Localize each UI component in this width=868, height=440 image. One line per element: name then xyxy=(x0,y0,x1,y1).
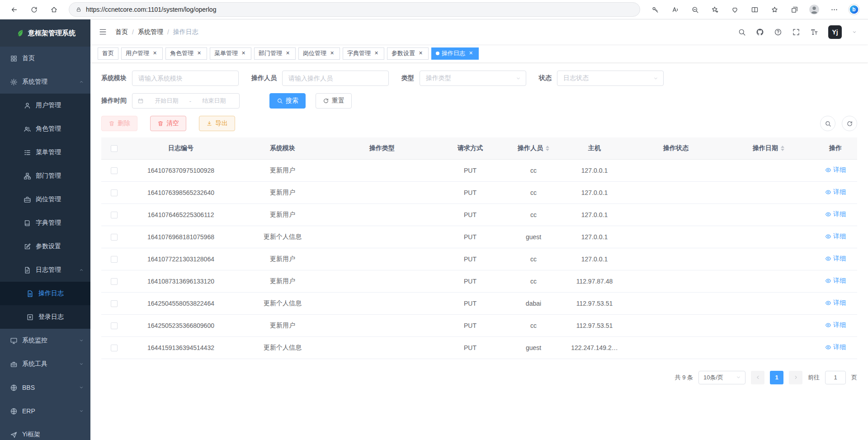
split-screen-icon[interactable] xyxy=(748,3,761,16)
search-button[interactable]: 搜索 xyxy=(269,93,306,109)
export-button[interactable]: 导出 xyxy=(199,116,235,131)
close-tab-icon[interactable]: × xyxy=(151,50,158,57)
close-tab-icon[interactable]: × xyxy=(240,50,247,57)
sidebar-item-log-mgmt[interactable]: 日志管理 xyxy=(0,258,90,282)
column-header[interactable]: 操作日期 xyxy=(723,137,814,159)
row-checkbox[interactable] xyxy=(111,300,118,307)
sidebar-item-yi-framework[interactable]: Yi框架 xyxy=(0,423,90,440)
module-input[interactable] xyxy=(132,71,239,86)
tab-item[interactable]: 操作日志× xyxy=(431,47,479,60)
delete-button[interactable]: 删除 xyxy=(101,116,137,131)
close-tab-icon[interactable]: × xyxy=(373,50,380,57)
date-range-input[interactable]: 开始日期 - 结束日期 xyxy=(132,93,240,109)
sidebar-toggle-icon[interactable] xyxy=(99,28,107,36)
sidebar-item-param-settings[interactable]: 参数设置 xyxy=(0,235,90,258)
breadcrumb-home[interactable]: 首页 xyxy=(115,28,128,36)
font-size-icon[interactable] xyxy=(810,28,818,36)
address-bar[interactable]: https://ccnetcore.com:1101/system/log/op… xyxy=(69,2,640,17)
detail-link[interactable]: 详细 xyxy=(825,232,846,241)
detail-link[interactable]: 详细 xyxy=(825,343,846,351)
tab-item[interactable]: 参数设置× xyxy=(387,47,429,60)
detail-link[interactable]: 详细 xyxy=(825,166,846,174)
row-checkbox[interactable] xyxy=(111,345,118,351)
sidebar-item-system-monitor[interactable]: 系统监控 xyxy=(0,329,90,352)
sidebar-item-erp[interactable]: ERP xyxy=(0,399,90,423)
favorite-add-icon[interactable] xyxy=(708,3,722,16)
key-icon[interactable] xyxy=(648,3,662,16)
favorites-icon[interactable] xyxy=(768,3,781,16)
detail-link[interactable]: 详细 xyxy=(825,255,846,263)
essentials-icon[interactable] xyxy=(728,3,741,16)
close-tab-icon[interactable]: × xyxy=(417,50,424,57)
detail-link[interactable]: 详细 xyxy=(825,299,846,307)
row-checkbox[interactable] xyxy=(111,234,118,241)
goto-page-input[interactable] xyxy=(825,371,846,384)
operator-input[interactable] xyxy=(282,71,389,86)
row-checkbox[interactable] xyxy=(111,322,118,329)
close-tab-icon[interactable]: × xyxy=(329,50,335,57)
reset-button[interactable]: 重置 xyxy=(316,93,352,109)
sidebar-item-label: 部门管理 xyxy=(36,172,61,180)
sidebar-item-menu-mgmt[interactable]: 菜单管理 xyxy=(0,141,90,164)
close-tab-icon[interactable]: × xyxy=(196,50,203,57)
prev-page-button[interactable] xyxy=(751,371,764,384)
detail-link[interactable]: 详细 xyxy=(825,188,846,196)
tab-item[interactable]: 字典管理× xyxy=(343,47,384,60)
sidebar-item-login-log[interactable]: 登录日志 xyxy=(0,305,90,329)
search-icon[interactable] xyxy=(738,28,746,36)
row-checkbox[interactable] xyxy=(111,167,118,174)
zoom-out-icon[interactable] xyxy=(688,3,702,16)
help-icon[interactable] xyxy=(774,28,782,36)
sidebar-item-user-mgmt[interactable]: 用户管理 xyxy=(0,94,90,117)
refresh-icon[interactable] xyxy=(27,3,41,16)
sidebar-item-system-tools[interactable]: 系统工具 xyxy=(0,352,90,376)
tab-item[interactable]: 岗位管理× xyxy=(298,47,340,60)
tab-item[interactable]: 部门管理× xyxy=(254,47,296,60)
sidebar-item-home[interactable]: 首页 xyxy=(0,47,90,70)
collections-icon[interactable] xyxy=(788,3,801,16)
profile-avatar-icon[interactable] xyxy=(807,3,821,16)
bing-logo-icon[interactable]: b xyxy=(847,3,861,16)
type-select[interactable]: 操作类型 xyxy=(420,71,526,86)
sidebar-item-oper-log[interactable]: 操作日志 xyxy=(0,282,90,305)
more-icon[interactable] xyxy=(827,3,841,16)
read-aloud-icon[interactable] xyxy=(668,3,682,16)
sidebar-item-system-mgmt[interactable]: 系统管理 xyxy=(0,70,90,94)
detail-link[interactable]: 详细 xyxy=(825,210,846,218)
close-tab-icon[interactable]: × xyxy=(467,50,474,57)
row-checkbox[interactable] xyxy=(111,212,118,218)
sidebar-item-post-mgmt[interactable]: 岗位管理 xyxy=(0,188,90,211)
sidebar-item-role-mgmt[interactable]: 角色管理 xyxy=(0,117,90,141)
sidebar-item-dept-mgmt[interactable]: 部门管理 xyxy=(0,164,90,188)
sidebar-item-bbs[interactable]: BBS xyxy=(0,376,90,399)
page-size-select[interactable]: 10条/页 xyxy=(698,371,745,384)
fullscreen-icon[interactable] xyxy=(792,28,800,36)
chevron-down-icon[interactable] xyxy=(852,29,857,35)
tab-item[interactable]: 角色管理× xyxy=(165,47,207,60)
tab-item[interactable]: 用户管理× xyxy=(121,47,163,60)
next-page-button[interactable] xyxy=(789,371,802,384)
detail-link[interactable]: 详细 xyxy=(825,321,846,329)
sort-icon[interactable] xyxy=(546,146,549,151)
sort-icon[interactable] xyxy=(781,146,784,151)
refresh-circle-button[interactable] xyxy=(842,116,857,131)
detail-link[interactable]: 详细 xyxy=(825,277,846,285)
back-icon[interactable] xyxy=(7,3,21,16)
column-header[interactable]: 操作人员 xyxy=(506,137,561,159)
clear-button[interactable]: 清空 xyxy=(150,116,186,131)
tab-item[interactable]: 首页 xyxy=(98,47,118,60)
row-checkbox[interactable] xyxy=(111,256,118,263)
row-checkbox[interactable] xyxy=(111,278,118,285)
breadcrumb-system[interactable]: 系统管理 xyxy=(138,28,163,36)
home-icon[interactable] xyxy=(47,3,61,16)
status-select[interactable]: 日志状态 xyxy=(557,71,664,86)
row-checkbox[interactable] xyxy=(111,189,118,196)
sidebar-item-dict-mgmt[interactable]: 字典管理 xyxy=(0,211,90,235)
close-tab-icon[interactable]: × xyxy=(284,50,291,57)
page-number-current[interactable]: 1 xyxy=(770,371,783,384)
tab-item[interactable]: 菜单管理× xyxy=(210,47,251,60)
user-avatar-logo[interactable]: Yj xyxy=(828,25,842,39)
search-circle-button[interactable] xyxy=(820,116,835,131)
select-all-checkbox[interactable] xyxy=(111,145,118,152)
github-icon[interactable] xyxy=(756,28,764,36)
